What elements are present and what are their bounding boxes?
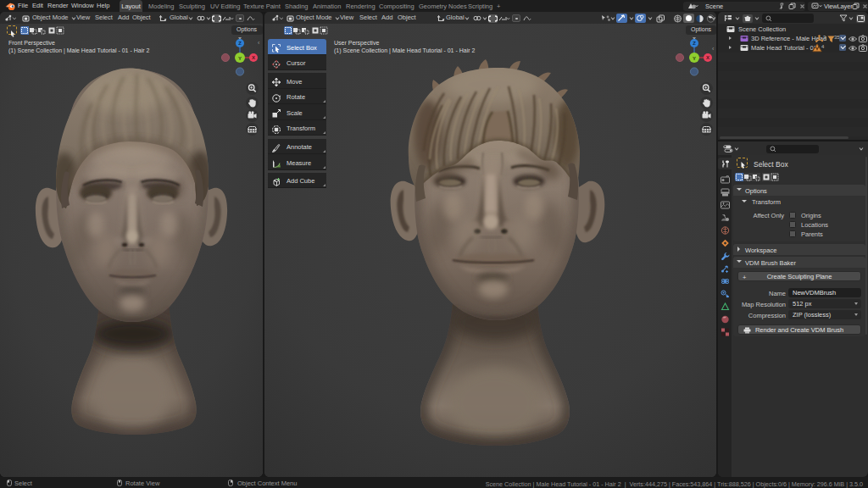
svg-text:X: X	[706, 55, 709, 60]
svg-text:Z: Z	[238, 41, 242, 46]
svg-text:Y: Y	[238, 56, 242, 61]
svg-text:Y: Y	[693, 56, 696, 61]
svg-text:X: X	[252, 55, 255, 60]
svg-text:Z: Z	[693, 41, 696, 46]
